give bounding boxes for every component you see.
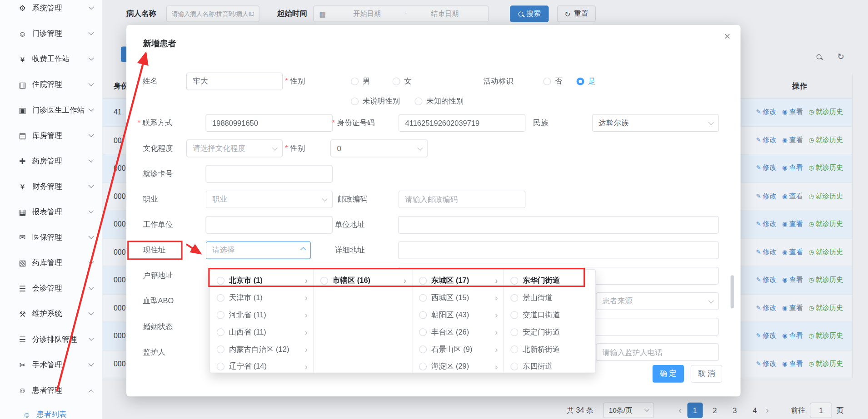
view-link[interactable]: ◉ 查看 — [782, 275, 803, 285]
cascader-option-district[interactable]: 西城区 (15) › — [412, 289, 503, 306]
contact-input[interactable] — [206, 114, 333, 132]
cascader-option-district[interactable]: 朝阳区 (43) › — [412, 306, 503, 323]
sidebar-item[interactable]: ¥ 财务管理 — [0, 174, 102, 199]
sidebar-item[interactable]: ▦ 报表管理 — [0, 199, 102, 225]
radio-icon[interactable] — [419, 276, 427, 284]
history-link[interactable]: ◷ 就诊历史 — [808, 136, 843, 145]
cascader-option-province[interactable]: 辽宁省 (14) › — [210, 358, 313, 373]
id-number-input[interactable] — [399, 114, 525, 132]
history-link[interactable]: ◷ 就诊历史 — [808, 359, 843, 369]
radio-icon[interactable] — [217, 276, 224, 284]
page-size-select[interactable]: 10条/页 — [603, 403, 654, 418]
cascader-option-street[interactable]: 交道口街道 — [504, 306, 596, 323]
edit-link[interactable]: ✎ 修改 — [756, 247, 776, 257]
history-link[interactable]: ◷ 就诊历史 — [808, 219, 843, 229]
sidebar-item[interactable]: ☺ 门诊管理 — [0, 21, 102, 46]
history-link[interactable]: ◷ 就诊历史 — [808, 331, 843, 341]
cascader-option-province[interactable]: 内蒙古自治区 (12) › — [210, 340, 313, 358]
view-link[interactable]: ◉ 查看 — [782, 192, 803, 201]
sidebar-item[interactable]: ▧ 药库管理 — [0, 250, 102, 276]
view-link[interactable]: ◉ 查看 — [782, 219, 803, 229]
view-link[interactable]: ◉ 查看 — [782, 331, 803, 341]
patient-name-input[interactable] — [166, 5, 259, 22]
history-link[interactable]: ◷ 就诊历史 — [808, 163, 843, 173]
radio-icon[interactable] — [510, 276, 518, 284]
ethnicity-select[interactable]: 达斡尔族 — [592, 114, 719, 132]
gender-radio-unknown[interactable]: 未知的性别 — [414, 93, 464, 110]
history-link[interactable]: ◷ 就诊历史 — [808, 275, 843, 285]
radio-icon[interactable] — [510, 362, 518, 370]
history-link[interactable]: ◷ 就诊历史 — [808, 247, 843, 257]
page-button[interactable]: 2 — [707, 403, 723, 418]
sidebar-item[interactable]: ☺ 患者管理 — [0, 378, 102, 403]
history-link[interactable]: ◷ 就诊历史 — [808, 108, 843, 117]
sidebar-item[interactable]: ⚒ 维护系统 — [0, 301, 102, 327]
work-address-input[interactable] — [398, 216, 719, 234]
edit-link[interactable]: ✎ 修改 — [756, 192, 776, 201]
radio-icon[interactable] — [419, 362, 427, 370]
radio-icon[interactable] — [419, 294, 427, 301]
table-refresh-button[interactable]: ↻ — [833, 49, 849, 64]
cascader-option-province[interactable]: 北京市 (1) › — [210, 272, 313, 289]
radio-icon[interactable] — [320, 276, 328, 284]
occupation-select[interactable]: 职业 — [206, 191, 333, 208]
guardian-phone-input[interactable] — [596, 343, 719, 361]
cascader-option-province[interactable]: 山西省 (11) › — [210, 323, 313, 340]
edit-link[interactable]: ✎ 修改 — [756, 108, 776, 117]
sidebar-item[interactable]: ☰ 会诊管理 — [0, 276, 102, 301]
page-button[interactable]: 1 — [687, 403, 703, 418]
view-link[interactable]: ◉ 查看 — [782, 247, 803, 257]
search-button[interactable]: 搜索 — [510, 5, 549, 22]
education-select[interactable]: 请选择文化程度 — [186, 139, 283, 157]
prev-page-button[interactable]: ‹ — [678, 405, 681, 415]
edit-link[interactable]: ✎ 修改 — [756, 219, 776, 229]
radio-icon[interactable] — [217, 328, 224, 336]
cascader-option-province[interactable]: 天津市 (1) › — [210, 289, 313, 306]
radio-icon[interactable] — [217, 362, 224, 370]
reset-button[interactable]: ↻ 重置 — [557, 5, 596, 22]
radio-icon[interactable] — [419, 328, 427, 336]
cancel-button[interactable]: 取 消 — [691, 365, 723, 383]
history-link[interactable]: ◷ 就诊历史 — [808, 192, 843, 201]
table-search-button[interactable] — [810, 49, 827, 64]
cascader-option-street[interactable]: 东四街道 — [504, 358, 596, 373]
cascader-option-city[interactable]: 市辖区 (16) › — [314, 272, 412, 289]
detail-address-input[interactable] — [398, 242, 719, 259]
history-link[interactable]: ◷ 就诊历史 — [808, 303, 843, 313]
date-range-picker[interactable]: ▦ 开始日期 - 结束日期 — [313, 5, 489, 22]
sidebar-item[interactable]: ▣ 门诊医生工作站 — [0, 98, 102, 123]
sidebar-item[interactable]: ✂ 手术管理 — [0, 352, 102, 378]
next-page-button[interactable]: › — [766, 405, 768, 415]
view-link[interactable]: ◉ 查看 — [782, 136, 803, 145]
cascader-option-street[interactable]: 安定门街道 — [504, 323, 596, 340]
radio-icon[interactable] — [510, 345, 518, 353]
name-input[interactable] — [186, 73, 283, 90]
view-link[interactable]: ◉ 查看 — [782, 303, 803, 313]
gender-radio-male[interactable]: 男 — [351, 73, 370, 90]
cascader-option-district[interactable]: 海淀区 (29) › — [412, 358, 503, 373]
sidebar-item[interactable]: ☰ 分诊排队管理 — [0, 327, 102, 352]
current-address-cascader[interactable]: 请选择 — [206, 242, 311, 259]
edit-link[interactable]: ✎ 修改 — [756, 359, 776, 369]
radio-icon[interactable] — [510, 311, 518, 319]
close-icon[interactable]: × — [724, 30, 730, 41]
cascader-option-street[interactable]: 北新桥街道 — [504, 340, 596, 358]
sidebar-item[interactable]: ▥ 住院管理 — [0, 72, 102, 98]
sidebar-item[interactable]: ✚ 药房管理 — [0, 148, 102, 174]
radio-icon[interactable] — [419, 345, 427, 353]
radio-icon[interactable] — [217, 294, 224, 301]
view-link[interactable]: ◉ 查看 — [782, 108, 803, 117]
work-unit-input[interactable] — [206, 216, 333, 234]
cascader-option-district[interactable]: 石景山区 (9) › — [412, 340, 503, 358]
page-button[interactable]: 4 — [747, 403, 763, 418]
sidebar-item-patient-list[interactable]: ☺ 患者列表 — [0, 406, 102, 419]
cascader-option-street[interactable]: 东华门街道 — [504, 272, 596, 289]
sidebar-item[interactable]: ¥ 收费工作站 — [0, 46, 102, 72]
goto-page-input[interactable] — [810, 403, 832, 418]
cascader-option-district[interactable]: 东城区 (17) › — [412, 272, 503, 289]
confirm-button[interactable]: 确 定 — [653, 365, 684, 383]
gender-radio-female[interactable]: 女 — [393, 73, 412, 90]
radio-icon[interactable] — [217, 311, 224, 319]
view-link[interactable]: ◉ 查看 — [782, 359, 803, 369]
modal-scrollbar[interactable] — [731, 275, 734, 308]
